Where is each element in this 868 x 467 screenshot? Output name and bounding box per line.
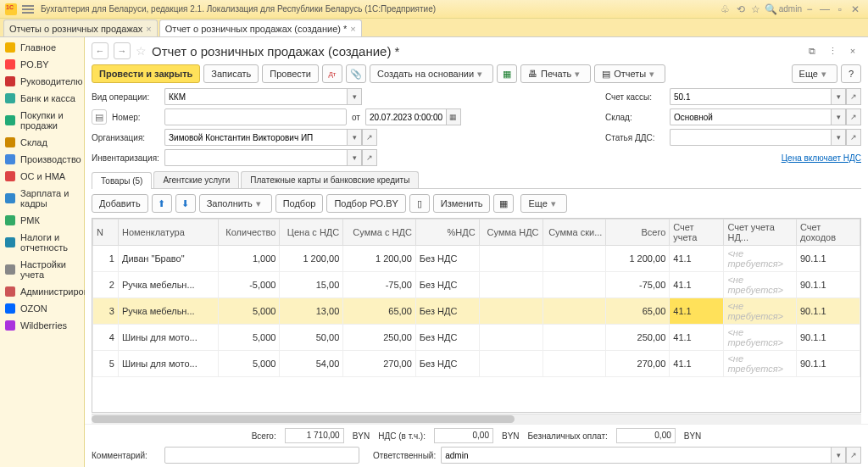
- sidebar-item[interactable]: OZON: [0, 300, 84, 317]
- chevron-down-icon[interactable]: ▾: [347, 88, 362, 105]
- open-icon[interactable]: ↗: [362, 149, 377, 166]
- table-row[interactable]: 4Шины для мото...5,00050,00250,00Без НДС…: [93, 325, 860, 351]
- print-button[interactable]: 🖶 Печать▾: [520, 64, 591, 83]
- sidebar-item[interactable]: Настройки учета: [0, 256, 84, 283]
- podbor-button[interactable]: Подбор: [275, 194, 324, 213]
- comm-input[interactable]: [164, 447, 359, 464]
- doc-tab[interactable]: Агентские услуги: [153, 171, 239, 188]
- sidebar-item[interactable]: Главное: [0, 39, 84, 56]
- attach-icon[interactable]: 📎: [346, 64, 366, 83]
- sidebar-item[interactable]: Wildberries: [0, 317, 84, 334]
- history-icon[interactable]: ⟲: [733, 2, 748, 17]
- more-button[interactable]: Еще▾: [520, 194, 566, 213]
- star-icon[interactable]: ☆: [748, 2, 764, 17]
- tab-list[interactable]: Отчеты о розничных продажах×: [3, 19, 158, 36]
- nomer-input[interactable]: [164, 108, 347, 125]
- fwd-button[interactable]: →: [114, 42, 131, 59]
- table-row[interactable]: 5Шины для мото...5,00054,00270,00Без НДС…: [93, 351, 860, 377]
- chevron-down-icon[interactable]: ▾: [347, 129, 362, 146]
- move-down-icon[interactable]: ⬇: [175, 194, 196, 213]
- col-header[interactable]: Всего: [606, 220, 670, 246]
- schet-input[interactable]: [670, 88, 831, 105]
- excel-icon[interactable]: ▦: [497, 64, 517, 83]
- podbor-poby-button[interactable]: Подбор PO.BY: [326, 194, 405, 213]
- table-row[interactable]: 2Ручка мебельн...-5,00015,00-75,00Без НД…: [93, 272, 860, 298]
- close-icon[interactable]: ×: [146, 24, 151, 34]
- sidebar-item[interactable]: Зарплата и кадры: [0, 185, 84, 212]
- sklad-input[interactable]: [670, 108, 831, 125]
- chevron-down-icon[interactable]: ▾: [831, 108, 846, 125]
- back-button[interactable]: ←: [92, 42, 108, 59]
- reports-button[interactable]: ▤ Отчеты▾: [594, 64, 665, 83]
- close-icon[interactable]: ×: [844, 42, 861, 59]
- post-button[interactable]: Провести: [262, 64, 319, 83]
- doc-tab[interactable]: Платежные карты и банковские кредиты: [241, 171, 419, 188]
- col-header[interactable]: Счет доходов: [797, 220, 860, 246]
- dds-input[interactable]: [670, 129, 831, 146]
- col-header[interactable]: Количество: [218, 220, 280, 246]
- inv-input[interactable]: [164, 149, 347, 166]
- table-row[interactable]: 1Диван "Браво"1,0001 200,001 200,00Без Н…: [93, 246, 860, 272]
- h-scrollbar[interactable]: [92, 414, 861, 424]
- open-icon[interactable]: ↗: [846, 447, 861, 464]
- menu-icon[interactable]: [22, 5, 34, 14]
- help-button[interactable]: ?: [841, 64, 861, 83]
- fav-icon[interactable]: ☆: [136, 44, 147, 58]
- sidebar-item[interactable]: Производство: [0, 151, 84, 168]
- dt-kt-icon[interactable]: Дт: [322, 64, 342, 83]
- open-icon[interactable]: ↗: [846, 88, 861, 105]
- sidebar-item[interactable]: Налоги и отчетность: [0, 229, 84, 256]
- close-icon[interactable]: ✕: [848, 2, 863, 17]
- table-row[interactable]: 3Ручка мебельн...5,00013,0065,00Без НДС6…: [93, 298, 860, 325]
- resp-input[interactable]: [441, 447, 831, 464]
- org-input[interactable]: [164, 129, 347, 146]
- date-input[interactable]: [365, 108, 446, 125]
- move-up-icon[interactable]: ⬆: [152, 194, 172, 213]
- post-close-button[interactable]: Провести и закрыть: [92, 64, 200, 83]
- dbl-bar-icon[interactable]: −: [802, 2, 817, 17]
- open-icon[interactable]: ↗: [362, 129, 377, 146]
- calendar-icon[interactable]: ▦: [446, 108, 461, 125]
- col-header[interactable]: Сумма НДС: [479, 220, 542, 246]
- sidebar-item[interactable]: Покупки и продажи: [0, 107, 84, 134]
- sidebar-item[interactable]: Руководителю: [0, 73, 84, 90]
- sidebar-item[interactable]: РМК: [0, 212, 84, 229]
- sidebar-item[interactable]: Склад: [0, 134, 84, 151]
- sidebar-item[interactable]: PO.BY: [0, 56, 84, 73]
- nds-link[interactable]: Цена включает НДС: [782, 153, 861, 163]
- sidebar-item[interactable]: Администрирование: [0, 283, 84, 300]
- sidebar-item[interactable]: ОС и НМА: [0, 168, 84, 185]
- doc-tab[interactable]: Товары (5): [92, 172, 152, 189]
- unlink-icon[interactable]: ⧉: [804, 42, 821, 59]
- chevron-down-icon[interactable]: ▾: [831, 88, 846, 105]
- bell-icon[interactable]: ♧: [718, 2, 733, 17]
- search-icon[interactable]: 🔍: [764, 2, 779, 17]
- col-header[interactable]: %НДС: [415, 220, 479, 246]
- write-button[interactable]: Записать: [203, 64, 259, 83]
- open-icon[interactable]: ↗: [846, 129, 861, 146]
- open-icon[interactable]: ↗: [846, 108, 861, 125]
- sidebar-item[interactable]: Банк и касса: [0, 90, 84, 107]
- chevron-down-icon[interactable]: ▾: [831, 129, 846, 146]
- chevron-down-icon[interactable]: ▾: [831, 447, 846, 464]
- grid-icon[interactable]: ▦: [493, 194, 514, 213]
- more-icon[interactable]: ⋮: [824, 42, 841, 59]
- vid-op-input[interactable]: [164, 88, 347, 105]
- more-button[interactable]: Еще▾: [792, 64, 837, 83]
- fill-button[interactable]: Заполнить▾: [199, 194, 272, 213]
- table[interactable]: NНоменклатураКоличествоЦена с НДССумма с…: [92, 218, 861, 413]
- barcode-icon[interactable]: ▤: [92, 109, 107, 125]
- add-button[interactable]: Добавить: [92, 194, 148, 213]
- create-based-on-button[interactable]: Создать на основании▾: [370, 64, 493, 83]
- tab-doc[interactable]: Отчет о розничных продажах (создание) *×: [159, 19, 362, 36]
- col-header[interactable]: Счет учета НД...: [724, 220, 797, 246]
- chevron-down-icon[interactable]: ▾: [347, 149, 362, 166]
- close-icon[interactable]: ×: [350, 24, 355, 34]
- change-button[interactable]: Изменить: [433, 194, 491, 213]
- col-header[interactable]: Номенклатура: [118, 220, 218, 246]
- min-icon[interactable]: —: [817, 2, 832, 17]
- col-header[interactable]: Сумма ски...: [542, 220, 606, 246]
- restore-icon[interactable]: ▫: [832, 2, 848, 17]
- col-header[interactable]: Сумма с НДС: [343, 220, 416, 246]
- scan-icon[interactable]: ▯: [409, 194, 430, 213]
